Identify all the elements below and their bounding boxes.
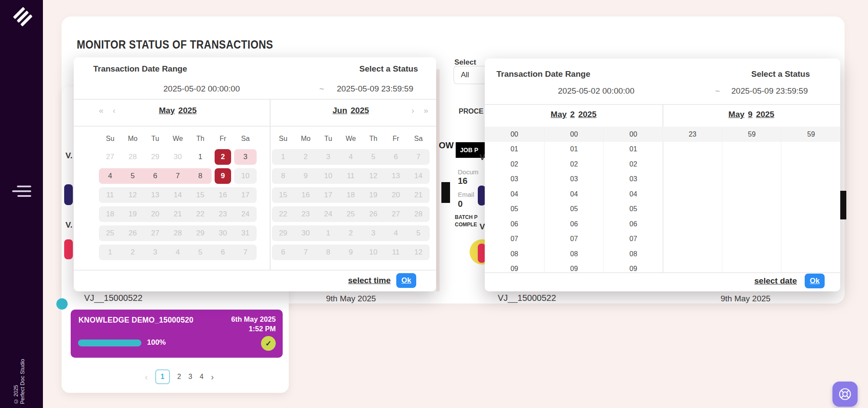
- calendar-day-31[interactable]: 31: [234, 224, 257, 243]
- time-cell[interactable]: 03: [485, 172, 544, 187]
- start-datetime-input[interactable]: 2025-05-02 00:00:00: [126, 84, 277, 94]
- calendar-day-10[interactable]: 10: [317, 166, 339, 186]
- calendar-day-6[interactable]: 6: [212, 243, 234, 262]
- time-cell-selected[interactable]: 00: [604, 127, 663, 142]
- time-cell-selected[interactable]: 59: [722, 127, 782, 142]
- time-cell[interactable]: 09: [604, 261, 663, 272]
- calendar-day-27[interactable]: 27: [99, 147, 121, 166]
- calendar-day-12[interactable]: 12: [121, 186, 144, 205]
- calendar-day-30[interactable]: 30: [212, 224, 234, 243]
- year-link[interactable]: 2025: [578, 110, 597, 119]
- menu-hamburger-icon[interactable]: [12, 186, 31, 197]
- time-cell[interactable]: 01: [604, 142, 663, 157]
- calendar-day-2[interactable]: 2: [294, 147, 317, 166]
- calendar-day-23[interactable]: 23: [212, 205, 234, 224]
- time-cell[interactable]: 03: [604, 172, 663, 187]
- time-cell[interactable]: 06: [485, 217, 544, 232]
- time-cell[interactable]: 04: [545, 187, 604, 202]
- calendar-day-14[interactable]: 14: [407, 166, 430, 186]
- time-cell-selected[interactable]: 00: [545, 127, 604, 142]
- calendar-day-2[interactable]: 2: [121, 243, 144, 262]
- calendar-day-22[interactable]: 22: [189, 205, 212, 224]
- calendar-day-1[interactable]: 1: [99, 243, 121, 262]
- calendar-day-27[interactable]: 27: [385, 205, 407, 224]
- time-cell[interactable]: 03: [545, 172, 604, 187]
- transaction-row-name[interactable]: VJ__15000522: [84, 293, 143, 303]
- pagination-page-1[interactable]: 1: [155, 369, 170, 384]
- calendar-day-9[interactable]: 9: [212, 166, 234, 186]
- year-select-link[interactable]: 2025: [178, 106, 196, 115]
- calendar-day-6[interactable]: 6: [144, 166, 166, 186]
- time-cell[interactable]: 04: [604, 187, 663, 202]
- calendar-day-1[interactable]: 1: [317, 224, 339, 243]
- calendar-day-4[interactable]: 4: [99, 166, 121, 186]
- calendar-day-5[interactable]: 5: [121, 166, 144, 186]
- calendar-day-23[interactable]: 23: [294, 205, 317, 224]
- time-cell[interactable]: 05: [485, 202, 544, 217]
- calendar-day-19[interactable]: 19: [362, 186, 385, 205]
- month-link[interactable]: May: [551, 110, 567, 119]
- time-cell[interactable]: 06: [545, 217, 604, 232]
- calendar-day-4[interactable]: 4: [385, 224, 407, 243]
- calendar-day-26[interactable]: 26: [121, 224, 144, 243]
- calendar-day-12[interactable]: 12: [407, 243, 430, 262]
- calendar-day-25[interactable]: 25: [99, 224, 121, 243]
- time-cell[interactable]: 06: [604, 217, 663, 232]
- calendar-day-11[interactable]: 11: [339, 166, 362, 186]
- time-cell-selected[interactable]: 00: [485, 127, 544, 142]
- time-cell[interactable]: 01: [485, 142, 544, 157]
- calendar-day-11[interactable]: 11: [99, 186, 121, 205]
- calendar-day-8[interactable]: 8: [272, 166, 294, 186]
- help-fab-button[interactable]: [832, 382, 858, 407]
- calendar-day-3[interactable]: 3: [317, 147, 339, 166]
- time-cell[interactable]: 01: [545, 142, 604, 157]
- month-select-link[interactable]: May: [159, 106, 175, 115]
- calendar-day-17[interactable]: 17: [234, 186, 257, 205]
- transaction-row-name[interactable]: VJ__15000522: [498, 293, 556, 303]
- pagination-prev-icon[interactable]: ‹: [145, 372, 148, 382]
- calendar-day-21[interactable]: 21: [166, 205, 189, 224]
- end-datetime-input[interactable]: 2025-05-09 23:59:59: [694, 86, 845, 96]
- time-cell[interactable]: 07: [485, 232, 544, 247]
- time-cell[interactable]: 07: [604, 232, 663, 247]
- pagination-page-4[interactable]: 4: [199, 373, 203, 381]
- calendar-day-18[interactable]: 18: [99, 205, 121, 224]
- day-link[interactable]: 2: [570, 110, 575, 119]
- time-cell-selected[interactable]: 23: [663, 127, 722, 142]
- calendar-day-9[interactable]: 9: [294, 166, 317, 186]
- calendar-day-15[interactable]: 15: [189, 186, 212, 205]
- calendar-day-2[interactable]: 2: [339, 224, 362, 243]
- pagination-page-2[interactable]: 2: [177, 373, 181, 381]
- calendar-day-28[interactable]: 28: [121, 147, 144, 166]
- calendar-day-14[interactable]: 14: [166, 186, 189, 205]
- time-cell[interactable]: 02: [485, 157, 544, 172]
- calendar-day-24[interactable]: 24: [317, 205, 339, 224]
- calendar-day-8[interactable]: 8: [189, 166, 212, 186]
- time-cell[interactable]: 08: [604, 247, 663, 262]
- pagination-next-icon[interactable]: ›: [211, 372, 214, 382]
- calendar-day-30[interactable]: 30: [294, 224, 317, 243]
- calendar-day-3[interactable]: 3: [234, 147, 257, 166]
- end-datetime-input[interactable]: 2025-05-09 23:59:59: [299, 84, 451, 94]
- calendar-day-3[interactable]: 3: [362, 224, 385, 243]
- calendar-day-6[interactable]: 6: [385, 147, 407, 166]
- calendar-day-6[interactable]: 6: [272, 243, 294, 262]
- calendar-day-7[interactable]: 7: [294, 243, 317, 262]
- calendar-day-19[interactable]: 19: [121, 205, 144, 224]
- calendar-day-17[interactable]: 17: [317, 186, 339, 205]
- calendar-day-25[interactable]: 25: [339, 205, 362, 224]
- time-cell[interactable]: 04: [485, 187, 544, 202]
- calendar-day-11[interactable]: 11: [385, 243, 407, 262]
- calendar-day-15[interactable]: 15: [272, 186, 294, 205]
- calendar-day-24[interactable]: 24: [234, 205, 257, 224]
- calendar-day-9[interactable]: 9: [339, 243, 362, 262]
- calendar-day-10[interactable]: 10: [234, 166, 257, 186]
- time-cell-selected[interactable]: 59: [781, 127, 840, 142]
- calendar-day-21[interactable]: 21: [407, 186, 430, 205]
- calendar-day-16[interactable]: 16: [294, 186, 317, 205]
- year-link[interactable]: 2025: [756, 110, 774, 119]
- calendar-day-10[interactable]: 10: [362, 243, 385, 262]
- calendar-day-29[interactable]: 29: [272, 224, 294, 243]
- ok-button[interactable]: Ok: [396, 273, 416, 288]
- calendar-day-28[interactable]: 28: [166, 224, 189, 243]
